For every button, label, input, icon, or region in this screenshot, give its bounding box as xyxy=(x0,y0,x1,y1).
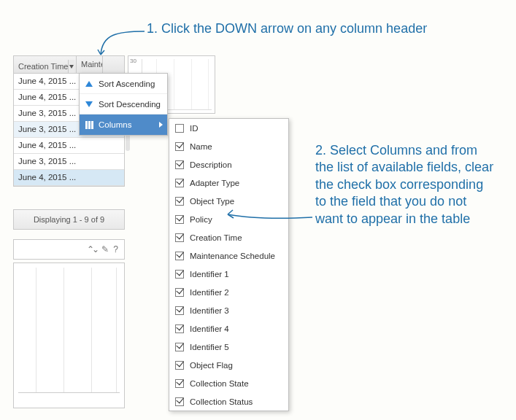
help-icon[interactable]: ? xyxy=(113,244,118,254)
toolbar: ⌃⌄ ✎ ? xyxy=(13,239,125,260)
column-option-label: Identifier 2 xyxy=(190,288,229,297)
menu-item-sort-ascending[interactable]: Sort Ascending xyxy=(80,74,167,94)
column-option-maintenance-schedule[interactable]: Maintenance Schedule xyxy=(169,246,288,265)
checkbox[interactable] xyxy=(175,361,184,370)
column-option-label: ID xyxy=(190,124,199,133)
pager-text: Displaying 1 - 9 of 9 xyxy=(34,215,104,224)
column-option-adapter-type[interactable]: Adapter Type xyxy=(169,174,288,192)
checkbox[interactable] xyxy=(175,197,184,206)
checkbox[interactable] xyxy=(175,215,184,224)
column-header-label: Mainte xyxy=(81,60,103,69)
column-header-menu: Sort Ascending Sort Descending Columns xyxy=(79,73,168,136)
column-option-label: Identifier 5 xyxy=(190,343,229,351)
column-option-creation-time[interactable]: Creation Time xyxy=(169,228,288,246)
column-option-identifier-2[interactable]: Identifier 2 xyxy=(169,283,288,301)
column-option-name[interactable]: Name xyxy=(169,137,288,155)
sort-descending-icon xyxy=(84,99,94,109)
column-header-dropdown-button[interactable] xyxy=(68,60,74,73)
column-header-label: Creation Time xyxy=(18,62,68,71)
sort-ascending-icon xyxy=(84,79,94,89)
column-option-label: Policy xyxy=(190,215,212,224)
checkbox[interactable] xyxy=(175,233,184,242)
column-option-label: Creation Time xyxy=(190,233,242,242)
column-header-maintenance[interactable]: Mainte xyxy=(77,56,103,73)
column-option-description[interactable]: Description xyxy=(169,155,288,174)
chart-y-tick: 30 xyxy=(130,58,136,64)
column-option-label: Identifier 4 xyxy=(190,324,229,333)
menu-item-columns[interactable]: Columns xyxy=(80,114,167,135)
checkbox[interactable] xyxy=(175,142,184,151)
column-option-identifier-1[interactable]: Identifier 1 xyxy=(169,265,288,283)
column-option-label: Identifier 3 xyxy=(190,306,229,315)
checkbox[interactable] xyxy=(175,270,184,279)
checkbox[interactable] xyxy=(175,179,184,187)
checkbox[interactable] xyxy=(175,324,184,333)
column-option-label: Description xyxy=(190,160,232,169)
column-option-collection-state[interactable]: Collection State xyxy=(169,374,288,392)
column-option-label: Name xyxy=(190,142,212,151)
table-row[interactable]: June 3, 2015 ... xyxy=(14,154,124,170)
table-row[interactable]: June 4, 2015 ... xyxy=(14,138,124,154)
checkbox[interactable] xyxy=(175,306,184,315)
column-header-creation-time[interactable]: Creation Time xyxy=(14,56,77,73)
pointer-arrow-2 xyxy=(219,197,321,226)
checkbox[interactable] xyxy=(175,397,184,406)
chevron-down-icon xyxy=(69,65,74,69)
expand-collapse-icon[interactable]: ⌃⌄ xyxy=(87,244,97,254)
menu-item-label: Sort Ascending xyxy=(99,79,155,88)
checkbox[interactable] xyxy=(175,124,184,133)
column-option-label: Maintenance Schedule xyxy=(190,252,275,260)
columns-icon xyxy=(84,120,94,130)
pager-bar: Displaying 1 - 9 of 9 xyxy=(13,209,125,230)
checkbox[interactable] xyxy=(175,343,184,351)
column-option-collection-status[interactable]: Collection Status xyxy=(169,392,288,411)
chevron-right-icon xyxy=(159,122,163,128)
column-header-row: Creation Time Mainte xyxy=(14,56,124,74)
column-option-id[interactable]: ID xyxy=(169,119,288,137)
column-option-label: Object Flag xyxy=(190,361,233,370)
annotation-step-2: 2. Select Columns and from the list of a… xyxy=(315,142,498,228)
column-option-label: Identifier 1 xyxy=(190,270,229,279)
checkbox[interactable] xyxy=(175,252,184,260)
column-option-label: Adapter Type xyxy=(190,179,239,187)
bottom-chart-panel xyxy=(13,262,125,408)
checkbox[interactable] xyxy=(175,160,184,169)
column-option-identifier-4[interactable]: Identifier 4 xyxy=(169,319,288,338)
column-option-label: Collection State xyxy=(190,379,249,388)
checkbox[interactable] xyxy=(175,288,184,297)
menu-item-sort-descending[interactable]: Sort Descending xyxy=(80,94,167,114)
edit-icon[interactable]: ✎ xyxy=(101,244,109,254)
column-option-identifier-3[interactable]: Identifier 3 xyxy=(169,301,288,319)
table-row[interactable]: June 4, 2015 ... xyxy=(14,170,124,186)
checkbox[interactable] xyxy=(175,379,184,388)
annotation-step-1: 1. Click the DOWN arrow on any column he… xyxy=(147,20,482,37)
column-option-object-flag[interactable]: Object Flag xyxy=(169,356,288,374)
column-option-identifier-5[interactable]: Identifier 5 xyxy=(169,338,288,356)
menu-item-label: Columns xyxy=(99,120,131,129)
columns-submenu: ID Name Description Adapter Type Object … xyxy=(169,118,289,411)
column-option-label: Collection Status xyxy=(190,397,253,406)
menu-item-label: Sort Descending xyxy=(99,100,161,109)
